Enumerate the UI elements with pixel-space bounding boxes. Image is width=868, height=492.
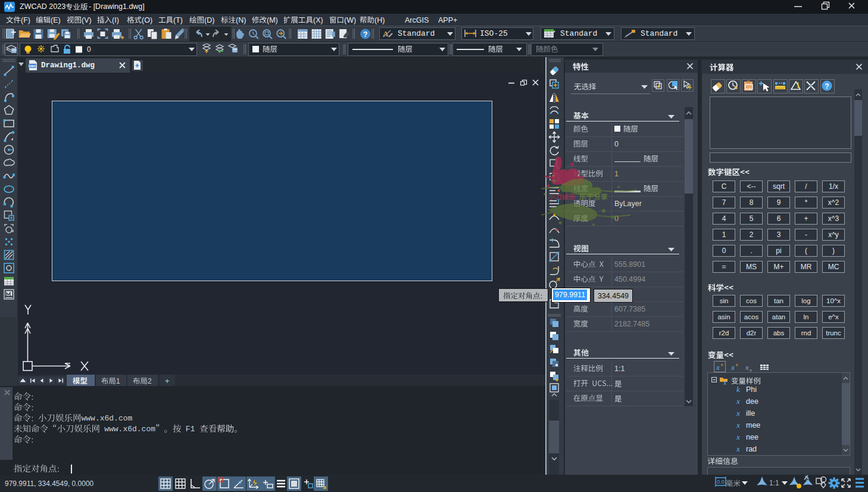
svg-text:x: x <box>736 444 740 453</box>
svg-text:x: x <box>736 397 740 406</box>
svg-text:k: k <box>736 385 740 394</box>
svg-text:x: x <box>736 432 740 441</box>
svg-text:x: x <box>736 409 740 418</box>
svg-text:x: x <box>736 421 740 429</box>
